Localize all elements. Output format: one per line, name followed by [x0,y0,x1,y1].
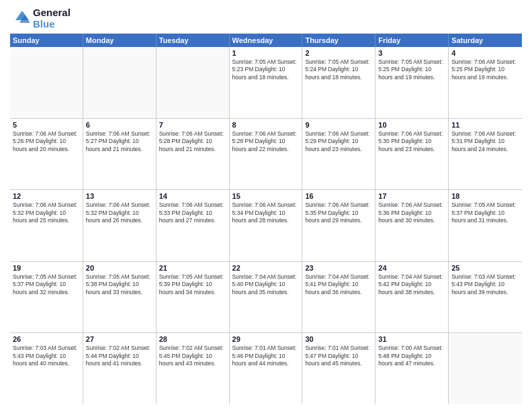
calendar-header: SundayMondayTuesdayWednesdayThursdayFrid… [10,34,522,47]
day-info: Sunrise: 7:04 AM Sunset: 5:40 PM Dayligh… [232,273,300,296]
calendar-body: 1Sunrise: 7:05 AM Sunset: 5:23 PM Daylig… [10,47,522,404]
day-number: 10 [378,121,445,129]
day-number: 4 [451,49,519,57]
week-row-4: 19Sunrise: 7:05 AM Sunset: 5:37 PM Dayli… [10,262,522,334]
day-number: 12 [13,192,80,200]
day-cell-15: 15Sunrise: 7:06 AM Sunset: 5:34 PM Dayli… [230,190,303,261]
day-cell-3: 3Sunrise: 7:05 AM Sunset: 5:25 PM Daylig… [375,47,449,118]
day-cell-23: 23Sunrise: 7:04 AM Sunset: 5:41 PM Dayli… [302,262,375,333]
day-number: 23 [305,264,372,272]
day-number: 9 [305,121,372,129]
day-cell-6: 6Sunrise: 7:06 AM Sunset: 5:27 PM Daylig… [83,119,157,190]
page: General Blue SundayMondayTuesdayWednesda… [0,0,532,411]
day-info: Sunrise: 7:06 AM Sunset: 5:29 PM Dayligh… [305,130,372,153]
day-number: 20 [86,264,153,272]
day-info: Sunrise: 7:05 AM Sunset: 5:24 PM Dayligh… [305,58,372,81]
day-info: Sunrise: 7:06 AM Sunset: 5:35 PM Dayligh… [305,201,372,224]
week-row-5: 26Sunrise: 7:03 AM Sunset: 5:43 PM Dayli… [10,333,522,404]
day-number: 15 [232,192,300,200]
day-number: 18 [451,192,519,200]
empty-cell [157,47,230,118]
day-number: 5 [13,121,80,129]
day-info: Sunrise: 7:06 AM Sunset: 5:32 PM Dayligh… [86,201,153,224]
day-cell-17: 17Sunrise: 7:06 AM Sunset: 5:36 PM Dayli… [375,190,449,261]
day-number: 17 [378,192,445,200]
day-number: 24 [378,264,445,272]
empty-cell [83,47,157,118]
day-number: 16 [305,192,372,200]
day-cell-24: 24Sunrise: 7:04 AM Sunset: 5:42 PM Dayli… [375,262,449,333]
day-cell-20: 20Sunrise: 7:05 AM Sunset: 5:38 PM Dayli… [83,262,157,333]
day-number: 14 [159,192,226,200]
day-info: Sunrise: 7:06 AM Sunset: 5:33 PM Dayligh… [159,201,226,224]
day-cell-10: 10Sunrise: 7:06 AM Sunset: 5:30 PM Dayli… [375,119,449,190]
day-info: Sunrise: 7:04 AM Sunset: 5:42 PM Dayligh… [378,273,445,296]
day-info: Sunrise: 7:05 AM Sunset: 5:37 PM Dayligh… [13,273,80,296]
day-number: 27 [86,335,153,343]
day-cell-7: 7Sunrise: 7:06 AM Sunset: 5:28 PM Daylig… [157,119,230,190]
day-info: Sunrise: 7:02 AM Sunset: 5:44 PM Dayligh… [86,345,153,367]
day-number: 11 [451,121,519,129]
day-cell-31: 31Sunrise: 7:00 AM Sunset: 5:48 PM Dayli… [375,333,449,404]
day-number: 30 [305,335,372,343]
day-number: 21 [159,264,226,272]
day-info: Sunrise: 7:02 AM Sunset: 5:45 PM Dayligh… [159,345,226,367]
day-number: 26 [13,335,80,343]
day-info: Sunrise: 7:06 AM Sunset: 5:25 PM Dayligh… [451,58,519,81]
day-number: 2 [305,49,372,57]
day-info: Sunrise: 7:01 AM Sunset: 5:47 PM Dayligh… [305,345,372,367]
header: General Blue [10,7,522,30]
day-cell-8: 8Sunrise: 7:06 AM Sunset: 5:28 PM Daylig… [230,119,303,190]
day-info: Sunrise: 7:04 AM Sunset: 5:41 PM Dayligh… [305,273,372,296]
day-cell-2: 2Sunrise: 7:05 AM Sunset: 5:24 PM Daylig… [302,47,375,118]
week-row-1: 1Sunrise: 7:05 AM Sunset: 5:23 PM Daylig… [10,47,522,119]
day-cell-14: 14Sunrise: 7:06 AM Sunset: 5:33 PM Dayli… [157,190,230,261]
calendar: SundayMondayTuesdayWednesdayThursdayFrid… [10,34,522,404]
logo: General Blue [10,7,71,30]
day-info: Sunrise: 7:06 AM Sunset: 5:28 PM Dayligh… [232,130,300,153]
weekday-header-thursday: Thursday [302,34,375,47]
day-cell-28: 28Sunrise: 7:02 AM Sunset: 5:45 PM Dayli… [157,333,230,404]
logo-icon [10,8,30,28]
day-info: Sunrise: 7:06 AM Sunset: 5:31 PM Dayligh… [451,130,519,153]
day-cell-5: 5Sunrise: 7:06 AM Sunset: 5:26 PM Daylig… [10,119,83,190]
day-number: 22 [232,264,300,272]
day-cell-13: 13Sunrise: 7:06 AM Sunset: 5:32 PM Dayli… [83,190,157,261]
day-info: Sunrise: 7:06 AM Sunset: 5:32 PM Dayligh… [13,201,80,224]
day-info: Sunrise: 7:06 AM Sunset: 5:36 PM Dayligh… [378,201,445,224]
weekday-header-saturday: Saturday [449,34,522,47]
day-cell-9: 9Sunrise: 7:06 AM Sunset: 5:29 PM Daylig… [302,119,375,190]
day-number: 29 [232,335,300,343]
week-row-2: 5Sunrise: 7:06 AM Sunset: 5:26 PM Daylig… [10,119,522,191]
weekday-header-sunday: Sunday [10,34,83,47]
day-info: Sunrise: 7:06 AM Sunset: 5:27 PM Dayligh… [86,130,153,153]
weekday-header-friday: Friday [375,34,449,47]
day-info: Sunrise: 7:05 AM Sunset: 5:25 PM Dayligh… [378,58,445,81]
day-info: Sunrise: 7:05 AM Sunset: 5:37 PM Dayligh… [451,201,519,224]
day-cell-18: 18Sunrise: 7:05 AM Sunset: 5:37 PM Dayli… [449,190,522,261]
day-info: Sunrise: 7:06 AM Sunset: 5:34 PM Dayligh… [232,201,300,224]
day-cell-16: 16Sunrise: 7:06 AM Sunset: 5:35 PM Dayli… [302,190,375,261]
day-info: Sunrise: 7:05 AM Sunset: 5:39 PM Dayligh… [159,273,226,296]
day-info: Sunrise: 7:03 AM Sunset: 5:43 PM Dayligh… [451,273,519,296]
day-cell-26: 26Sunrise: 7:03 AM Sunset: 5:43 PM Dayli… [10,333,83,404]
day-number: 8 [232,121,300,129]
day-cell-29: 29Sunrise: 7:01 AM Sunset: 5:46 PM Dayli… [230,333,303,404]
day-cell-21: 21Sunrise: 7:05 AM Sunset: 5:39 PM Dayli… [157,262,230,333]
day-cell-30: 30Sunrise: 7:01 AM Sunset: 5:47 PM Dayli… [302,333,375,404]
day-number: 31 [378,335,445,343]
logo-text: General Blue [33,7,71,30]
weekday-header-tuesday: Tuesday [157,34,230,47]
day-cell-12: 12Sunrise: 7:06 AM Sunset: 5:32 PM Dayli… [10,190,83,261]
day-number: 25 [451,264,519,272]
day-number: 13 [86,192,153,200]
day-info: Sunrise: 7:06 AM Sunset: 5:26 PM Dayligh… [13,130,80,153]
day-info: Sunrise: 7:01 AM Sunset: 5:46 PM Dayligh… [232,345,300,367]
weekday-header-monday: Monday [83,34,157,47]
day-number: 1 [232,49,300,57]
day-cell-25: 25Sunrise: 7:03 AM Sunset: 5:43 PM Dayli… [449,262,522,333]
empty-cell [10,47,83,118]
day-cell-4: 4Sunrise: 7:06 AM Sunset: 5:25 PM Daylig… [449,47,522,118]
day-info: Sunrise: 7:05 AM Sunset: 5:23 PM Dayligh… [232,58,300,81]
day-cell-11: 11Sunrise: 7:06 AM Sunset: 5:31 PM Dayli… [449,119,522,190]
